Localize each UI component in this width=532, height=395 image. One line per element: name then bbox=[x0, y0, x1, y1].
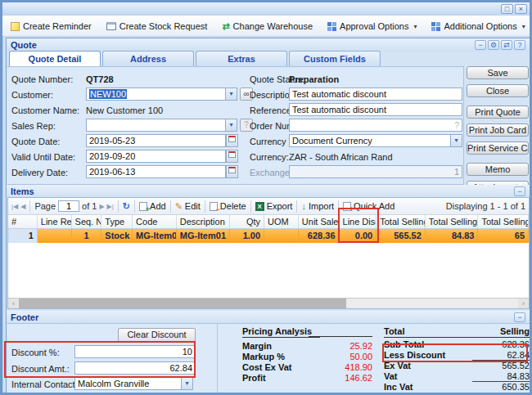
chevron-down-icon[interactable]: ▾ bbox=[450, 134, 462, 147]
tab-custom-fields[interactable]: Custom Fields bbox=[289, 51, 381, 66]
reference-input[interactable] bbox=[292, 105, 459, 114]
currency-value: ZAR - South African Rand bbox=[289, 152, 393, 162]
question-icon: ? bbox=[454, 121, 459, 130]
change-warehouse-icon: ⇄ bbox=[222, 21, 229, 32]
additional-options-button[interactable]: Additional Options ▾ bbox=[426, 20, 530, 33]
column-header[interactable]: Line Disc. bbox=[340, 215, 377, 228]
chevron-down-icon[interactable]: ▾ bbox=[225, 88, 237, 101]
change-warehouse-button[interactable]: ⇄ Change Warehouse bbox=[217, 20, 318, 34]
edit-row-button[interactable]: ✎Edit bbox=[175, 201, 201, 212]
tab-strip: Quote Detail Address Extras Custom Field… bbox=[9, 51, 381, 66]
import-button[interactable]: ↓Import bbox=[301, 201, 334, 211]
print-service-card-button[interactable]: Print Service Card bbox=[467, 141, 529, 155]
customer-label: Customer: bbox=[11, 90, 53, 100]
chevron-down-icon: ▾ bbox=[522, 23, 525, 30]
close-icon[interactable]: × bbox=[515, 4, 527, 14]
horizontal-scrollbar[interactable]: ‹ › bbox=[8, 298, 529, 308]
column-header[interactable]: Description bbox=[177, 215, 231, 228]
refresh-icon[interactable]: ↻ bbox=[123, 201, 130, 212]
quote-date-input[interactable] bbox=[89, 136, 223, 146]
save-button[interactable]: Save bbox=[467, 66, 529, 79]
delivery-date-input[interactable] bbox=[89, 167, 223, 177]
tab-extras[interactable]: Extras bbox=[196, 51, 287, 66]
calendar-icon[interactable] bbox=[226, 165, 238, 178]
customer-name-label: Customer Name: bbox=[11, 105, 79, 115]
quick-add-button[interactable]: +Quick Add bbox=[343, 201, 394, 211]
approval-options-icon bbox=[327, 22, 336, 31]
collapse-icon[interactable]: − bbox=[514, 312, 525, 322]
totals-col-label: Total bbox=[384, 326, 404, 336]
sales-rep-input[interactable] bbox=[89, 120, 223, 130]
reference-label: Reference: bbox=[250, 105, 294, 115]
create-reminder-button[interactable]: Create Reminder bbox=[6, 20, 97, 33]
prev-page-icon[interactable]: ◀ bbox=[20, 203, 25, 210]
column-header[interactable]: Total Selling Vat bbox=[426, 215, 479, 228]
maximize-icon[interactable]: □ bbox=[501, 4, 513, 14]
column-header[interactable]: Total Selling I bbox=[478, 215, 529, 228]
internal-contact-value: Malcolm Granville bbox=[78, 379, 149, 388]
memo-button[interactable]: Memo bbox=[467, 163, 529, 176]
discount-pct-input[interactable] bbox=[78, 347, 192, 357]
margin-value: 25.92 bbox=[302, 341, 372, 351]
column-header[interactable]: Qty bbox=[230, 215, 264, 228]
add-row-button[interactable]: +Add bbox=[139, 201, 166, 211]
title-bar: □ × bbox=[2, 2, 530, 16]
quick-add-icon: + bbox=[343, 202, 351, 211]
scrollbar-thumb[interactable] bbox=[19, 298, 346, 308]
create-stock-request-button[interactable]: Create Stock Request bbox=[101, 20, 213, 33]
clear-discount-button[interactable]: Clear Discount bbox=[118, 328, 196, 342]
refresh-icon[interactable]: ⇄ bbox=[501, 40, 512, 50]
customer-combobox[interactable]: NEW100 ▾ bbox=[86, 88, 237, 101]
column-header[interactable]: Unit Sale bbox=[299, 215, 340, 228]
approval-options-button[interactable]: Approval Options ▾ bbox=[322, 20, 422, 33]
print-quote-button[interactable]: Print Quote bbox=[467, 105, 529, 119]
column-header[interactable]: Total Selling Ex bbox=[376, 215, 426, 228]
column-header[interactable]: Line Ref. bbox=[38, 215, 72, 228]
quote-date-label: Quote Date: bbox=[11, 137, 60, 146]
create-stock-request-label: Create Stock Request bbox=[119, 21, 208, 31]
column-header[interactable]: UOM bbox=[264, 215, 299, 228]
approval-options-label: Approval Options bbox=[340, 21, 408, 31]
column-header[interactable]: Type bbox=[101, 215, 133, 228]
first-page-icon[interactable]: |◀ bbox=[11, 203, 18, 210]
create-reminder-label: Create Reminder bbox=[23, 21, 92, 31]
valid-until-input[interactable] bbox=[89, 151, 223, 161]
discount-amt-input[interactable] bbox=[78, 363, 192, 373]
column-header[interactable]: Seq. No. bbox=[72, 215, 102, 228]
collapse-icon[interactable]: − bbox=[475, 40, 486, 50]
page-number-input[interactable] bbox=[58, 200, 79, 212]
print-job-card-button[interactable]: Print Job Card bbox=[467, 123, 529, 137]
help-icon[interactable]: ? bbox=[514, 40, 525, 50]
internal-contact-combobox[interactable]: Malcolm Granville ▾ bbox=[74, 377, 193, 390]
scroll-left-icon[interactable]: ‹ bbox=[8, 298, 19, 308]
chevron-down-icon[interactable]: ▾ bbox=[225, 119, 237, 132]
quote-window: □ × Create Reminder Create Stock Request… bbox=[0, 0, 532, 395]
markup-value: 50.00 bbox=[302, 352, 372, 361]
chevron-down-icon[interactable]: ▾ bbox=[181, 377, 193, 390]
grid-paging-toolbar: |◀ ◀ Page of 1 ▶ ▶| ↻ +Add ✎Edit −Delete… bbox=[8, 198, 529, 215]
margin-label: Margin bbox=[242, 341, 272, 351]
close-button[interactable]: Close bbox=[467, 84, 529, 97]
currency-view-combobox[interactable]: Document Currency ▾ bbox=[289, 134, 462, 147]
table-row[interactable]: 1 1 Stock MG-Item01 MG-Item01 1.00 628.3… bbox=[8, 229, 529, 243]
description-input[interactable] bbox=[292, 89, 459, 99]
gear-icon[interactable]: ⚙ bbox=[488, 40, 499, 50]
collapse-icon[interactable]: − bbox=[514, 186, 525, 196]
export-button[interactable]: XExport bbox=[255, 201, 293, 211]
column-header[interactable]: # bbox=[8, 215, 38, 228]
additional-options-icon bbox=[431, 22, 440, 31]
tab-address[interactable]: Address bbox=[102, 51, 194, 66]
sales-rep-combobox[interactable]: ▾ bbox=[86, 119, 237, 132]
tab-quote-detail[interactable]: Quote Detail bbox=[9, 51, 101, 66]
delete-row-button[interactable]: −Delete bbox=[210, 201, 246, 211]
next-page-icon[interactable]: ▶ bbox=[99, 203, 104, 210]
order-number-input[interactable] bbox=[292, 120, 454, 130]
calendar-icon[interactable] bbox=[226, 134, 238, 147]
last-page-icon[interactable]: ▶| bbox=[107, 203, 114, 210]
column-header[interactable]: Code bbox=[133, 215, 177, 228]
calendar-icon[interactable] bbox=[226, 150, 238, 163]
scroll-right-icon[interactable]: › bbox=[518, 298, 529, 308]
vat-row: Vat 84.83 bbox=[384, 371, 530, 382]
displaying-status: Displaying 1 - 1 of 1 bbox=[446, 201, 525, 211]
discount-pct-label: Discount %: bbox=[11, 348, 60, 357]
